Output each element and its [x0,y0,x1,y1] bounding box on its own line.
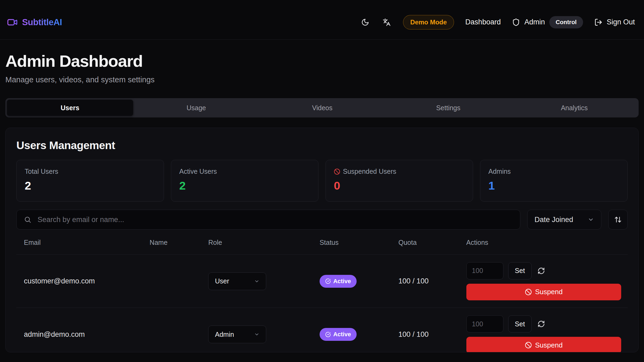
actions-top-row: Set [466,315,621,333]
table-row-customer: customer@demo.com User Ac [16,255,628,308]
check-circle-icon [325,332,331,337]
quota-input[interactable] [466,315,503,333]
navbar-actions: Demo Mode Dashboard Admin Control Sign O… [360,15,635,29]
admin-dashboard-page: Admin Dashboard Manage users, videos, an… [0,51,644,352]
actions-stack: Set Suspend [466,262,621,300]
col-header-actions: Actions [466,239,628,246]
demo-mode-badge: Demo Mode [403,15,454,29]
stat-card-suspended-users: Suspended Users 0 [325,160,473,202]
quota-value: 100 / 100 [398,330,466,339]
users-management-panel: Users Management Total Users 2 Active Us… [5,128,639,352]
stat-value-admins: 1 [488,179,619,192]
user-email: admin@demo.com [16,330,150,339]
brand-logo[interactable]: SubtitleAI [7,17,62,28]
actions-stack: Set Suspend [466,315,621,352]
suspend-user-button[interactable]: Suspend [466,337,621,352]
actions-top-row: Set [466,262,621,279]
suspend-button-label: Suspend [535,288,563,296]
tab-settings[interactable]: Settings [385,99,511,116]
col-header-quota: Quota [398,239,466,246]
stat-card-active-users: Active Users 2 [171,160,319,202]
filter-row: Date Joined [16,210,628,230]
panel-title: Users Management [16,139,628,152]
dashboard-tabbar: Users Usage Videos Settings Analytics [5,98,639,117]
refresh-icon [537,267,545,275]
control-badge: Control [549,16,583,28]
stat-label-with-icon: Suspended Users [334,168,465,175]
stat-value-active-users: 2 [179,179,310,192]
user-email: customer@demo.com [16,277,150,285]
check-circle-icon [325,278,331,284]
stat-value-total-users: 2 [25,179,156,192]
role-select[interactable]: User [208,272,266,290]
search-input[interactable] [16,210,520,230]
stat-card-total-users: Total Users 2 [16,160,164,202]
log-out-icon [594,18,602,26]
chevron-down-icon [588,216,594,223]
theme-toggle-button[interactable] [360,17,370,27]
tab-users[interactable]: Users [7,99,133,116]
role-select[interactable]: Admin [208,326,266,343]
users-table-header: Email Name Role Status Quota Actions [16,239,628,255]
suspend-button-label: Suspend [535,341,563,349]
role-select-value: User [215,277,229,285]
page-subtitle: Manage users, videos, and system setting… [5,75,639,84]
top-navbar: SubtitleAI Demo Mode Dashboard Admin Con… [0,0,644,40]
tab-analytics[interactable]: Analytics [511,99,637,116]
status-cell: Active [320,328,398,341]
status-badge-label: Active [333,331,351,338]
stat-label: Suspended Users [343,168,396,175]
reset-quota-button[interactable] [536,319,546,329]
role-select-value: Admin [215,331,234,338]
stats-row: Total Users 2 Active Users 2 Suspended U… [16,160,628,202]
suspend-user-button[interactable]: Suspend [466,284,621,300]
page-title: Admin Dashboard [5,51,639,71]
status-badge: Active [320,275,357,288]
admin-link[interactable]: Admin Control [512,16,583,28]
actions-cell: Set Suspend [466,262,628,300]
sign-out-label: Sign Out [607,18,635,26]
status-cell: Active [320,275,398,288]
col-header-email: Email [16,239,150,246]
chevron-down-icon [254,279,259,284]
language-toggle-button[interactable] [382,17,392,27]
sign-out-button[interactable]: Sign Out [594,18,635,26]
users-table: Email Name Role Status Quota Actions cus… [16,239,628,352]
ban-icon [334,168,340,175]
quota-value: 100 / 100 [398,277,466,285]
stat-label: Active Users [179,168,310,175]
role-cell: Admin [208,326,320,343]
actions-cell: Set Suspend [466,315,628,352]
status-badge: Active [320,328,357,341]
col-header-name: Name [150,239,208,246]
col-header-role: Role [208,239,320,246]
quota-input[interactable] [466,262,503,279]
arrow-up-down-icon [614,216,622,223]
ban-icon [525,289,532,295]
reset-quota-button[interactable] [536,266,546,276]
status-badge-label: Active [333,278,351,285]
sort-field-select[interactable]: Date Joined [527,210,601,230]
moon-icon [361,18,369,26]
tab-usage[interactable]: Usage [133,99,259,116]
sort-direction-button[interactable] [608,210,628,230]
tab-videos[interactable]: Videos [259,99,385,116]
col-header-status: Status [320,239,398,246]
stat-value-suspended-users: 0 [334,179,465,192]
admin-label: Admin [524,18,545,26]
table-row-admin: admin@demo.com Admin Acti [16,308,628,352]
ban-icon [525,342,532,349]
role-cell: User [208,272,320,290]
stat-card-admins: Admins 1 [480,160,628,202]
set-quota-button[interactable]: Set [508,315,532,333]
brand-name: SubtitleAI [22,17,62,27]
chevron-down-icon [254,332,259,337]
refresh-icon [537,320,545,328]
set-quota-button[interactable]: Set [508,262,532,279]
dashboard-link[interactable]: Dashboard [465,18,501,26]
search-wrap [16,210,520,230]
sort-field-value: Date Joined [535,216,573,224]
stat-label: Admins [488,168,619,175]
video-camera-icon [7,17,18,28]
shield-icon [512,18,520,26]
